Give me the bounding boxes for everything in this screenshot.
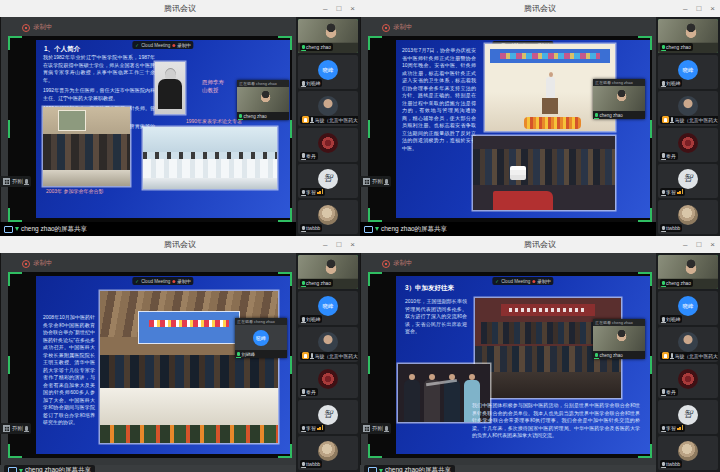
recording-dot-icon bbox=[172, 280, 175, 283]
participant-tile-majun[interactable]: 马骏（北京中医药大… bbox=[298, 91, 358, 125]
network-signal-icon bbox=[317, 425, 323, 430]
slide-registration-gala: ✓ Cloud Meeting 录制中 2013年7月7日，协会举办庆祝安省中医… bbox=[396, 40, 650, 218]
close-button[interactable]: × bbox=[710, 241, 715, 249]
participant-tile-lizhi[interactable]: 智 李智 bbox=[658, 400, 718, 434]
maximize-button[interactable]: □ bbox=[336, 241, 341, 249]
floating-speaker-window[interactable]: 正在观看 cheng zhao cheng zhao bbox=[237, 80, 289, 120]
participant-tile-ttwbbb[interactable]: ttwbbb bbox=[658, 200, 718, 234]
participant-tile-liuxiaofeng[interactable]: 晓峰 刘晓峰 bbox=[298, 291, 358, 325]
recording-dot-icon bbox=[172, 44, 175, 47]
close-button[interactable]: × bbox=[710, 5, 715, 13]
title-bar[interactable]: 腾讯会议 – □ × bbox=[0, 0, 360, 17]
floating-participant-pill[interactable]: 乔刚 bbox=[0, 176, 31, 187]
title-bar[interactable]: 腾讯会议 – □ × bbox=[360, 236, 720, 253]
title-bar[interactable]: 腾讯会议 – □ × bbox=[360, 0, 720, 17]
recording-icon bbox=[22, 24, 30, 32]
shared-screen-stage: ✓ Cloud Meeting 录制中 3）中加友好往来 2010年，王国强副部… bbox=[368, 272, 652, 458]
slide-left-text: 2010年，王国强副部长率领管理局代表团访问多伦多。双方进行了深入的交流和会谈，… bbox=[405, 298, 467, 336]
floating-participant-pill[interactable]: 乔刚 bbox=[0, 423, 31, 434]
cake-cutting-photo bbox=[473, 136, 615, 210]
mic-icon bbox=[302, 81, 305, 86]
participant-name: cheng zhao bbox=[306, 45, 331, 50]
slide-body-text: 2008年10月加中医药针灸学会和中国医药教育协会联合举办“新世纪中医药针灸论坛… bbox=[43, 314, 95, 427]
participant-tile-cheng-zhao[interactable]: cheng zhao bbox=[298, 255, 358, 289]
avatar bbox=[318, 96, 338, 116]
pip-title: 正在观看 cheng zhao bbox=[235, 318, 287, 325]
mic-icon bbox=[662, 153, 665, 158]
floating-speaker-window[interactable]: 正在观看 cheng zhao cheng zhao bbox=[593, 319, 645, 359]
minimize-button[interactable]: – bbox=[683, 241, 687, 249]
recording-indicator: 录制中 bbox=[382, 259, 413, 268]
participant-tile-liuxiaofeng[interactable]: 晓峰 刘晓峰 bbox=[658, 55, 718, 89]
download-arrow-icon bbox=[15, 227, 19, 231]
share-banner: cheng zhao的屏幕共享 bbox=[360, 465, 656, 472]
participant-tile-qindan[interactable]: 秦丹 bbox=[298, 364, 358, 398]
participant-tile-liuxiaofeng[interactable]: 晓峰 刘晓峰 bbox=[658, 291, 718, 325]
participant-tile-liuxiaofeng[interactable]: 晓峰 刘晓峰 bbox=[298, 55, 358, 89]
participant-tile-qindan[interactable]: 秦丹 bbox=[658, 364, 718, 398]
floating-speaker-window[interactable]: 正在观看 cheng zhao cheng zhao bbox=[593, 79, 645, 119]
raise-hand-icon bbox=[302, 352, 309, 359]
participant-tile-qindan[interactable]: 秦丹 bbox=[658, 128, 718, 162]
meeting-window-3: 腾讯会议 – □ × 录制中 ✓ Cloud Meeting 录制中 bbox=[0, 236, 360, 472]
mic-icon bbox=[311, 117, 314, 122]
pip-webcam-video bbox=[237, 87, 289, 112]
close-button[interactable]: × bbox=[350, 5, 355, 13]
participant-tile-ttwbbb[interactable]: ttwbbb bbox=[298, 436, 358, 470]
mic-icon bbox=[662, 190, 665, 195]
portrait-sub-caption: 1990年发表学术论文专著 bbox=[186, 118, 242, 124]
maximize-button[interactable]: □ bbox=[696, 241, 701, 249]
participant-tile-cheng-zhao[interactable]: cheng zhao bbox=[298, 19, 358, 53]
head-table-photo bbox=[100, 291, 278, 443]
share-banner: cheng zhao的屏幕共享 bbox=[0, 465, 296, 472]
minimize-button[interactable]: – bbox=[683, 5, 687, 13]
participant-sidebar[interactable]: cheng zhao 晓峰 刘晓峰 马骏（北京中医药大… 秦丹 智 李智 ttw… bbox=[296, 253, 360, 472]
participant-tile-cheng-zhao[interactable]: cheng zhao bbox=[658, 255, 718, 289]
pill-participant-name: 乔刚 bbox=[12, 178, 23, 185]
network-signal-icon bbox=[677, 189, 683, 194]
grid-icon bbox=[363, 425, 370, 432]
minimize-button[interactable]: – bbox=[323, 5, 327, 13]
participant-tile-ttwbbb[interactable]: ttwbbb bbox=[658, 436, 718, 470]
maximize-button[interactable]: □ bbox=[696, 5, 701, 13]
participant-sidebar[interactable]: cheng zhao 晓峰 刘晓峰 马骏（北京中医药大… 秦丹 智 李智 ttw… bbox=[656, 253, 720, 472]
mic-muted-icon bbox=[385, 179, 388, 184]
mic-icon bbox=[311, 353, 314, 358]
recording-icon bbox=[22, 260, 30, 268]
participant-sidebar[interactable]: cheng zhao 晓峰 刘晓峰 马骏（北京中医药大… 秦丹 智 李智 ttw… bbox=[656, 17, 720, 236]
title-bar[interactable]: 腾讯会议 – □ × bbox=[0, 236, 360, 253]
minimize-button[interactable]: – bbox=[323, 241, 327, 249]
participant-tile-lizhi[interactable]: 智 李智 bbox=[298, 400, 358, 434]
mic-on-icon bbox=[302, 45, 305, 50]
window-title: 腾讯会议 bbox=[164, 3, 196, 14]
participant-tile-lizhi[interactable]: 智 李智 bbox=[658, 164, 718, 198]
avatar: 晓峰 bbox=[678, 296, 698, 316]
participant-sidebar[interactable]: cheng zhao 晓峰 刘晓峰 马骏（北京中医药大… 秦丹 智 李智 ttw… bbox=[296, 17, 360, 236]
participant-tile-majun[interactable]: 马骏（北京中医药大… bbox=[658, 91, 718, 125]
floating-participant-pill[interactable]: 乔刚 bbox=[360, 423, 391, 434]
recording-indicator: 录制中 bbox=[382, 23, 413, 32]
pip-speaker-name: cheng zhao bbox=[244, 114, 267, 119]
participant-name: 刘晓峰 bbox=[666, 316, 680, 322]
floating-speaker-window[interactable]: 正在观看 cheng zhao 晓峰 刘晓峰 bbox=[235, 318, 287, 358]
participant-tile-majun[interactable]: 马骏（北京中医药大… bbox=[298, 327, 358, 361]
participant-name: 刘晓峰 bbox=[306, 80, 320, 86]
mic-icon bbox=[671, 117, 674, 122]
pip-title: 正在观看 cheng zhao bbox=[593, 319, 645, 326]
maximize-button[interactable]: □ bbox=[336, 5, 341, 13]
participant-tile-lizhi[interactable]: 智 李智 bbox=[298, 164, 358, 198]
share-banner: cheng zhao的屏幕共享 bbox=[360, 222, 656, 236]
participant-name: 李智 bbox=[666, 189, 676, 195]
participant-tile-cheng-zhao[interactable]: cheng zhao bbox=[658, 19, 718, 53]
participant-name: 马骏（北京中医药大… bbox=[315, 353, 358, 359]
close-button[interactable]: × bbox=[350, 241, 355, 249]
participant-tile-ttwbbb[interactable]: ttwbbb bbox=[298, 200, 358, 234]
participant-name: 秦丹 bbox=[666, 153, 676, 159]
raise-hand-icon bbox=[302, 116, 309, 123]
monitor-icon bbox=[364, 226, 373, 233]
mic-on-icon bbox=[595, 353, 598, 358]
portrait-side-caption: 恩师李寿山教授 bbox=[202, 79, 228, 94]
participant-tile-majun[interactable]: 马骏（北京中医药大… bbox=[658, 327, 718, 361]
participant-tile-qindan[interactable]: 秦丹 bbox=[298, 128, 358, 162]
floating-participant-pill[interactable]: 乔刚 bbox=[360, 176, 391, 187]
